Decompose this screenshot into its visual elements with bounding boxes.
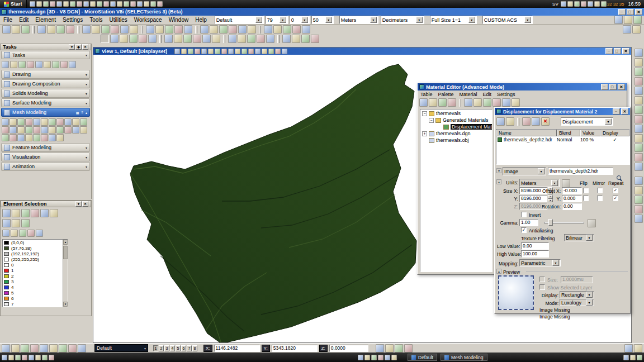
preview-section-expander-icon[interactable]: [496, 269, 501, 274]
task-section[interactable]: Surface Modeling ▾: [1, 98, 90, 107]
snap-toolbar-icon[interactable]: [174, 25, 183, 34]
edit-toolbar-icon[interactable]: [47, 25, 55, 34]
column-header[interactable]: Blend: [557, 130, 580, 136]
offset-y-field[interactable]: 0.000: [562, 195, 582, 202]
close-button[interactable]: [621, 108, 628, 115]
task-shortcut-icon[interactable]: [2, 61, 9, 68]
toolbar-icon[interactable]: [633, 16, 642, 24]
taskbar-app-icon[interactable]: [43, 1, 49, 7]
units-combo[interactable]: Meters: [519, 179, 560, 187]
flip-y-checkbox[interactable]: [583, 196, 589, 201]
weight-combo[interactable]: 50: [311, 16, 334, 24]
tray-icon[interactable]: [561, 1, 566, 7]
mesh-tool-icon[interactable]: [80, 126, 87, 134]
minimize-button[interactable]: [613, 108, 620, 115]
close-button[interactable]: [618, 84, 625, 90]
status-tool-icon[interactable]: [11, 344, 20, 353]
docked-tool-icon[interactable]: [634, 87, 643, 95]
close-icon[interactable]: ✕: [82, 201, 88, 207]
task-shortcut-icon[interactable]: [18, 61, 26, 68]
list-view-icon[interactable]: ≡: [81, 111, 83, 114]
taskbar-window-button[interactable]: Default: [408, 354, 437, 361]
tree-expander-icon[interactable]: +: [422, 131, 427, 136]
material-tool-icon[interactable]: [483, 98, 491, 107]
edit-toolbar-icon[interactable]: [66, 25, 74, 34]
taskbar-app-icon[interactable]: [391, 355, 397, 360]
menu-item[interactable]: Utilities: [106, 16, 131, 23]
taskbar-app-icon[interactable]: [364, 355, 370, 360]
tray-icon[interactable]: [588, 1, 593, 7]
material-tool-icon[interactable]: [473, 98, 482, 107]
view-control-icon[interactable]: [262, 49, 267, 54]
selection-mode-icon[interactable]: [12, 209, 20, 217]
mesh-tool-icon[interactable]: [2, 134, 9, 141]
mesh-tool-icon[interactable]: [2, 118, 9, 126]
misc-toolbar-icon[interactable]: [283, 25, 291, 34]
tree-expander-icon[interactable]: [422, 138, 427, 143]
view-control-icon[interactable]: [268, 49, 274, 54]
tree-item[interactable]: + thermevals.dgn: [421, 130, 491, 137]
gamma-slider-handle[interactable]: [548, 219, 553, 226]
mesh-tool-icon[interactable]: [49, 118, 56, 126]
app-title-bar[interactable]: thermevals.dgn [3D - V8 DGN] - MicroStat…: [0, 8, 644, 16]
tree-expander-icon[interactable]: −: [422, 111, 427, 116]
material-file-icon[interactable]: [419, 98, 428, 107]
column-header[interactable]: Display: [600, 130, 629, 136]
docked-tool-icon[interactable]: [634, 106, 643, 114]
taskbar-app-icon[interactable]: [36, 1, 42, 7]
view-control-icon[interactable]: [255, 49, 261, 54]
mesh-tool-icon[interactable]: [33, 118, 40, 126]
snap-toolbar-icon[interactable]: [155, 25, 164, 34]
mesh-tool-icon[interactable]: [25, 126, 32, 134]
primary-tools-icon[interactable]: [120, 25, 129, 34]
toolbar-grip[interactable]: [32, 26, 35, 34]
color-list-item[interactable]: 1: [3, 268, 68, 273]
tree-item[interactable]: thermevals.obj: [421, 137, 491, 144]
close-button[interactable]: [635, 9, 642, 15]
task-shortcut-icon[interactable]: [44, 61, 51, 68]
menu-item[interactable]: Tools: [86, 16, 106, 23]
tray-icon[interactable]: [574, 1, 580, 7]
minimize-button[interactable]: [601, 84, 608, 90]
tray-icon[interactable]: [601, 1, 607, 7]
measure-toolbar-icon[interactable]: [301, 35, 310, 43]
status-tool-icon[interactable]: [395, 344, 403, 353]
tree-item[interactable]: Displacement Material 2: [421, 123, 491, 130]
move-layer-down-icon[interactable]: [532, 117, 540, 126]
task-section[interactable]: Drawing ▾: [1, 70, 90, 79]
mesh-tool-icon[interactable]: [49, 126, 56, 134]
docked-tool-icon[interactable]: [634, 115, 643, 123]
docked-tool-icon[interactable]: [634, 77, 643, 85]
view-control-icon[interactable]: [228, 49, 234, 54]
material-tool-icon[interactable]: [464, 98, 472, 107]
view-toggle-button[interactable]: 6: [181, 345, 186, 351]
taskbar-app-icon[interactable]: [77, 1, 82, 7]
mesh-tool-icon[interactable]: [10, 118, 17, 126]
mesh-tool-icon[interactable]: [17, 126, 25, 134]
display-combo[interactable]: Rectangle: [560, 291, 594, 298]
manipulate-toolbar-icon[interactable]: [266, 35, 274, 43]
status-tool-icon[interactable]: [385, 344, 394, 353]
mesh-tool-icon[interactable]: [41, 134, 48, 141]
view-control-icon[interactable]: [208, 49, 214, 54]
maximize-button[interactable]: [627, 9, 634, 15]
maximize-button[interactable]: [609, 84, 617, 90]
status-tool-icon[interactable]: [30, 344, 39, 353]
menu-item[interactable]: Table: [418, 92, 435, 97]
docked-tool-icon[interactable]: [634, 49, 643, 57]
color-list-item[interactable]: 0: [3, 262, 68, 268]
mesh-tool-icon[interactable]: [17, 118, 25, 126]
mesh-tool-icon[interactable]: [56, 118, 64, 126]
misc-toolbar-icon[interactable]: [302, 25, 310, 34]
menu-item[interactable]: Edit: [480, 92, 495, 97]
view-control-icon[interactable]: [221, 49, 227, 54]
fence-toolbar-icon[interactable]: [202, 35, 211, 43]
view-control-icon[interactable]: [282, 49, 287, 54]
misc-toolbar-icon[interactable]: [264, 25, 272, 34]
gamma-field[interactable]: 1.00: [519, 219, 538, 226]
dock-icon[interactable]: [632, 25, 641, 34]
material-file-icon[interactable]: [438, 98, 447, 107]
task-section[interactable]: Drawing Composition ▾: [1, 79, 90, 88]
task-shortcut-icon[interactable]: [52, 61, 59, 68]
level-number-combo[interactable]: 79: [266, 16, 288, 24]
